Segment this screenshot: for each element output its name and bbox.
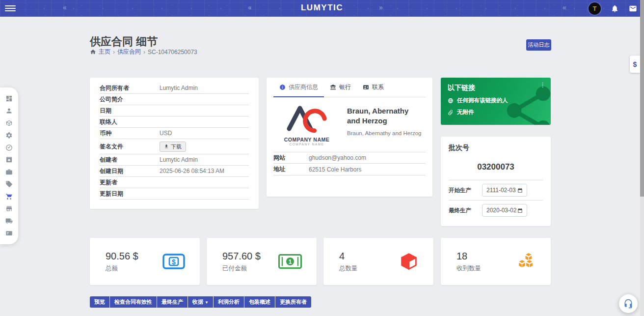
page-scrollbar[interactable] (640, 0, 644, 316)
supplier-card: 供应商信息 银行 联系 COMPANY NAME COMPANY NAME Br… (267, 78, 432, 197)
detail-row-signed-file: 签名文件 下载 (100, 139, 249, 154)
supplier-tabs: 供应商信息 银行 联系 (273, 78, 426, 97)
detail-row: 更新者 (100, 177, 249, 188)
detail-row: 联络人 (100, 116, 249, 128)
stat-card-total-amount: 90.56 $总额 $ (90, 238, 200, 285)
scrollbar-thumb[interactable] (640, 0, 644, 197)
check-contract-validity-button[interactable]: 检查合同有效性 (110, 296, 157, 308)
mail-icon[interactable] (629, 4, 637, 13)
top-navbar: « « » « LUMYTIC T (0, 0, 644, 17)
batch-title: 批次号 (449, 144, 543, 152)
home-icon (90, 49, 96, 55)
detail-row: 日期 (100, 105, 249, 116)
final-production-date-input[interactable]: 2020-03-02 (482, 204, 527, 217)
calendar-icon (517, 208, 523, 213)
batch-card: 批次号 03200073 开始生产 2111-02-03 最终生产 2020-0… (441, 137, 551, 226)
user-avatar[interactable]: T (589, 2, 601, 15)
company-logo: COMPANY NAME COMPANY NAME (275, 104, 338, 146)
supplier-subtitle: Braun, Abernathy and Herzog (347, 130, 422, 136)
banknote-icon: 1 (278, 254, 302, 269)
svg-text:$: $ (172, 258, 176, 266)
detail-row: 合同所有者Lumytic Admin (100, 83, 249, 94)
tab-contact[interactable]: 联系 (357, 78, 390, 97)
contract-details-card: 合同所有者Lumytic Admin 公司简介 日期 联络人 币种USD 签名文… (90, 78, 259, 209)
box-icon[interactable] (5, 119, 13, 127)
company-logo-monogram (282, 104, 331, 135)
profit-analysis-button[interactable]: 利润分析 (214, 296, 244, 308)
action-bar: 预览 检查合同有效性 最终生产 收据▼ 利润分析 包装概述 更换所有者 (90, 296, 311, 308)
final-production-button[interactable]: 最终生产 (157, 296, 188, 308)
stat-card-total-quantity: 4总数量 (323, 238, 433, 285)
archive-icon[interactable] (5, 156, 13, 163)
detail-row: 公司简介 (100, 94, 249, 105)
dollar-bill-icon: $ (162, 254, 185, 269)
id-card-icon (363, 84, 369, 90)
svg-text:1: 1 (289, 259, 292, 265)
breadcrumb-home-link[interactable]: 主页 (99, 48, 110, 56)
detail-row: 币种USD (100, 128, 249, 139)
store-icon[interactable] (5, 205, 13, 212)
tab-bank[interactable]: 银行 (324, 78, 357, 97)
stat-card-received-quantity: 18收到数量 (441, 238, 551, 285)
support-fab[interactable] (619, 294, 638, 313)
briefcase-icon[interactable] (5, 168, 13, 175)
final-production-row: 最终生产 2020-03-02 (449, 200, 543, 220)
detail-row: 更新日期 (100, 188, 249, 200)
share-link-card: ⋮ 以下链接 任何拥有该链接的人 无附件 (441, 78, 551, 125)
cubes-icon (515, 252, 536, 271)
calendar-icon (517, 188, 523, 193)
tag-icon[interactable] (5, 180, 13, 188)
breadcrumb: 主页 › 供应合同 › SC-104706250073 (90, 48, 197, 56)
currency-side-tab[interactable]: $ (630, 56, 640, 73)
list-card-icon[interactable] (5, 230, 13, 237)
tab-supplier-info[interactable]: 供应商信息 (273, 78, 324, 97)
kebab-menu-icon[interactable]: ⋮ (539, 82, 546, 88)
side-icon-bar (0, 87, 18, 244)
packing-overview-button[interactable]: 包装概述 (244, 296, 275, 308)
start-production-row: 开始生产 2111-02-03 (449, 180, 543, 200)
page-title: 供应合同 细节 (90, 34, 158, 49)
detail-row: 创建者Lumytic Admin (100, 154, 249, 166)
supplier-name: Braun, Abernathy and Herzog (347, 106, 421, 126)
stat-card-paid-amount: 957.60 $已付金额 1 (207, 238, 317, 285)
download-button[interactable]: 下载 (160, 142, 186, 152)
bank-icon (330, 84, 336, 90)
info-icon (279, 84, 286, 90)
preview-button[interactable]: 预览 (90, 296, 109, 308)
batch-number: 03200073 (449, 162, 543, 172)
app-logo: LUMYTIC (0, 3, 644, 13)
cube-icon (399, 252, 419, 271)
paperclip-icon (447, 108, 455, 116)
bell-icon[interactable] (611, 4, 619, 13)
supplier-row-address: 地址62515 Cole Harbors (273, 164, 426, 175)
receipt-dropdown-button[interactable]: 收据▼ (188, 296, 213, 308)
cart-icon[interactable] (5, 193, 13, 200)
change-owner-button[interactable]: 更换所有者 (275, 296, 311, 308)
caret-down-icon: ▼ (205, 300, 209, 305)
headset-icon (623, 299, 633, 309)
user-icon[interactable] (5, 107, 13, 115)
globe-icon (448, 98, 454, 104)
start-production-date-input[interactable]: 2111-02-03 (482, 184, 527, 197)
supplier-row-website: 网站ghudson@yahoo.com (273, 152, 426, 164)
check-circle-icon[interactable] (5, 144, 13, 151)
breadcrumb-section-link[interactable]: 供应合同 (117, 48, 141, 56)
gear-icon[interactable] (5, 132, 13, 139)
breadcrumb-current: SC-104706250073 (148, 49, 197, 56)
download-icon (164, 144, 169, 149)
dashboard-icon[interactable] (5, 95, 13, 102)
activity-log-button[interactable]: 活动日志 (526, 39, 551, 51)
detail-row: 创建日期2025-06-26 08:54:13 AM (100, 166, 249, 177)
truck-icon[interactable] (5, 217, 13, 225)
